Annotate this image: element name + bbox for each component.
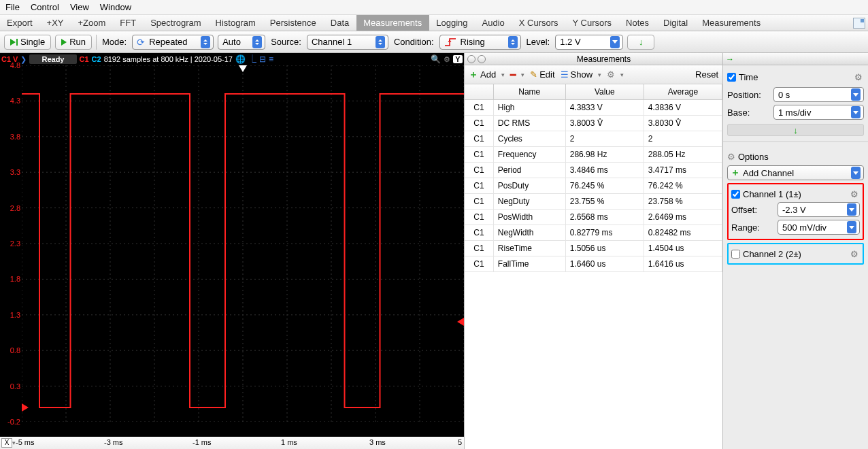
- tool-icon[interactable]: ⊟: [259, 54, 266, 64]
- y-tick: 1.3: [10, 311, 20, 319]
- single-button[interactable]: Single: [4, 35, 51, 50]
- tool-icon[interactable]: ⎿: [248, 54, 256, 64]
- tab-histogram[interactable]: Histogram: [209, 15, 263, 31]
- blue-arrow-icon: ❯: [20, 55, 27, 64]
- tab-notes[interactable]: Notes: [619, 15, 656, 31]
- play-icon: [61, 39, 67, 46]
- table-header[interactable]: Value: [565, 84, 644, 100]
- list-icon: ☰: [561, 69, 569, 80]
- plot-area[interactable]: [22, 65, 464, 437]
- gear-icon[interactable]: ⚙: [850, 249, 860, 259]
- gear-icon[interactable]: ⚙: [850, 189, 860, 199]
- tab-export[interactable]: Export: [0, 15, 40, 31]
- menu-view[interactable]: View: [70, 0, 89, 14]
- y-tick: 0.8: [10, 346, 20, 354]
- range-input[interactable]: 500 mV/div: [778, 220, 860, 235]
- tab-xy[interactable]: +XY: [40, 15, 71, 31]
- ch2-checkbox[interactable]: [731, 250, 740, 259]
- down-button[interactable]: ↓: [627, 35, 654, 50]
- arrow-right-icon[interactable]: →: [726, 54, 734, 64]
- dropdown-icon[interactable]: ▾: [501, 71, 505, 78]
- gear-icon: ⚙: [607, 69, 615, 80]
- table-row[interactable]: C1DC RMS3.8003 V̂3.8030 V̂: [465, 116, 722, 131]
- tab-digital[interactable]: Digital: [656, 15, 695, 31]
- mode-select[interactable]: ⟳Repeated: [132, 35, 214, 50]
- menu-window[interactable]: Window: [100, 0, 131, 14]
- tab-logging[interactable]: Logging: [429, 15, 475, 31]
- tab-spectrogram[interactable]: Spectrogram: [144, 15, 208, 31]
- menu-control[interactable]: Control: [31, 0, 59, 14]
- ch1-checkbox[interactable]: [731, 190, 740, 199]
- offset-input[interactable]: -2.3 V: [778, 202, 860, 217]
- add-channel-select[interactable]: ＋ Add Channel: [727, 165, 864, 180]
- table-row[interactable]: C1FallTime1.6460 us1.6416 us: [465, 256, 722, 272]
- y-tick: 3.8: [10, 133, 20, 141]
- add-button[interactable]: ＋Add: [469, 69, 496, 81]
- reset-button[interactable]: Reset: [695, 69, 718, 80]
- show-button[interactable]: ☰ Show: [561, 69, 593, 80]
- table-row[interactable]: C1Cycles22: [465, 131, 722, 147]
- menubar: FileControlViewWindow: [0, 0, 868, 15]
- time-checkbox[interactable]: [727, 73, 736, 82]
- ground-marker[interactable]: [22, 403, 29, 412]
- tab-xcursors[interactable]: X Cursors: [512, 15, 566, 31]
- y-button[interactable]: Y: [453, 55, 463, 63]
- y-tick: 0.3: [10, 382, 20, 390]
- auto-select[interactable]: Auto: [218, 35, 265, 50]
- menu-file[interactable]: File: [5, 0, 20, 14]
- dropdown-icon[interactable]: ▾: [521, 71, 524, 78]
- tab-audio[interactable]: Audio: [475, 15, 512, 31]
- y-tick: -0.2: [7, 418, 20, 426]
- table-header[interactable]: Name: [493, 84, 565, 100]
- settings-button[interactable]: ⚙: [607, 69, 615, 80]
- x-button[interactable]: X: [1, 438, 12, 448]
- base-input[interactable]: 1 ms/div: [773, 105, 864, 120]
- tab-measurements[interactable]: Measurements: [695, 15, 768, 31]
- gear-icon[interactable]: ⚙: [727, 152, 735, 162]
- table-header[interactable]: [465, 84, 493, 100]
- table-row[interactable]: C1PosDuty76.245 %76.242 %: [465, 178, 722, 194]
- collapse-bar[interactable]: ↓: [727, 124, 864, 136]
- expand-icon[interactable]: [853, 18, 865, 29]
- plus-icon: ＋: [731, 167, 740, 179]
- trigger-marker[interactable]: [239, 65, 247, 72]
- gear-icon[interactable]: ⚙: [444, 55, 450, 64]
- table-row[interactable]: C1Period3.4846 ms3.4717 ms: [465, 163, 722, 178]
- source-label: Source:: [269, 37, 303, 47]
- plus-icon: ＋: [469, 69, 478, 81]
- tool-icon[interactable]: 🌐: [235, 54, 246, 64]
- condition-select[interactable]: Rising: [439, 35, 521, 50]
- table-row[interactable]: C1Frequency286.98 Hz288.05 Hz: [465, 147, 722, 163]
- gear-icon[interactable]: ⚙: [854, 72, 864, 82]
- tool-icon[interactable]: ≡: [269, 54, 273, 64]
- tab-zoom[interactable]: +Zoom: [71, 15, 114, 31]
- circle-icon[interactable]: [478, 55, 486, 63]
- table-row[interactable]: C1NegDuty23.755 %23.758 %: [465, 194, 722, 210]
- table-row[interactable]: C1RiseTime1.5056 us1.4504 us: [465, 241, 722, 256]
- tab-fft[interactable]: FFT: [113, 15, 144, 31]
- c1-badge[interactable]: C1: [80, 55, 89, 63]
- level-input[interactable]: 1.2 V: [555, 35, 623, 50]
- zoom-icon[interactable]: 🔍: [431, 54, 441, 64]
- position-input[interactable]: 0 s: [773, 87, 864, 102]
- edit-button[interactable]: ✎Edit: [530, 69, 554, 80]
- run-button[interactable]: Run: [55, 35, 92, 50]
- table-row[interactable]: C1PosWidth2.6568 ms2.6469 ms: [465, 210, 722, 225]
- dropdown-icon[interactable]: ▾: [598, 71, 601, 78]
- circle-icon[interactable]: [467, 55, 475, 63]
- tab-ycursors[interactable]: Y Cursors: [566, 15, 620, 31]
- remove-button[interactable]: ━: [510, 69, 516, 80]
- scope-header: C1 V ❯ Ready C1 C2 8192 samples at 800 k…: [0, 53, 464, 65]
- table-row[interactable]: C1NegWidth0.82779 ms0.82482 ms: [465, 225, 722, 241]
- table-row[interactable]: C1High4.3833 V4.3836 V: [465, 100, 722, 116]
- tab-persistence[interactable]: Persistence: [263, 15, 324, 31]
- table-header[interactable]: Average: [644, 84, 722, 100]
- tab-measurements[interactable]: Measurements: [356, 15, 429, 31]
- rising-edge-icon: [444, 37, 456, 47]
- trigger-level-marker[interactable]: [457, 318, 464, 326]
- source-select[interactable]: Channel 1: [307, 35, 388, 50]
- dropdown-icon[interactable]: ▾: [620, 71, 624, 78]
- x-tick: 5 ms: [458, 438, 468, 449]
- tab-data[interactable]: Data: [324, 15, 356, 31]
- c2-badge[interactable]: C2: [92, 55, 101, 63]
